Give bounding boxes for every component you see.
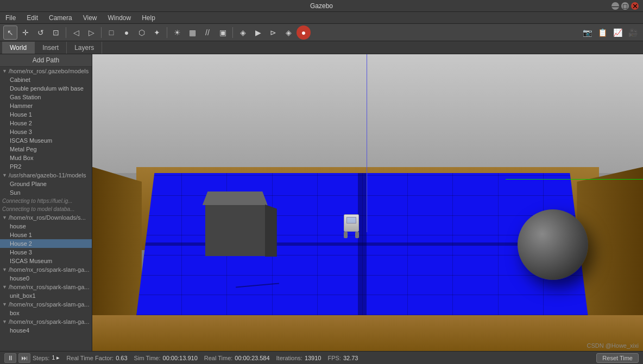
tree-arrow-6: ▼ (2, 302, 7, 307)
tree-item-house2[interactable]: House 2 (0, 119, 92, 127)
align-tool[interactable]: ⊳ (266, 25, 280, 40)
tree-item-gas-station[interactable]: Gas Station (0, 93, 92, 101)
reset-time-button[interactable]: Reset Time (596, 353, 639, 363)
minimize-button[interactable]: — (612, 2, 619, 10)
tree-item-hammer[interactable]: Hammer (0, 101, 92, 110)
tree-item-metal-peg[interactable]: Metal Peg (0, 145, 92, 154)
tabbar: World Insert Layers (0, 41, 643, 54)
menu-edit[interactable]: Edit (23, 13, 41, 23)
steps-value: 1 ▸ (52, 354, 60, 361)
menu-camera[interactable]: Camera (46, 13, 75, 23)
sphere-object (518, 209, 588, 280)
tree-group-header-1[interactable]: ▼ /home/nx_ros/.gazebo/models (0, 67, 92, 75)
tree-item-ground-plane[interactable]: Ground Plane (0, 180, 92, 188)
viewport[interactable]: CSDN @Howe_xixi (92, 54, 643, 351)
box-tool[interactable]: □ (104, 25, 118, 40)
close-button[interactable]: ✕ (631, 2, 639, 10)
iterations-value: 13910 (305, 355, 322, 361)
tree-group-header-7[interactable]: ▼ /home/nx_ros/spark-slam-ga... (0, 317, 92, 326)
tree-arrow-1: ▼ (2, 68, 7, 74)
tree-arrow-3: ▼ (2, 215, 7, 220)
robot-wheels (344, 232, 359, 238)
tree-item-house3[interactable]: House 3 (0, 127, 92, 136)
tree-group-header-3[interactable]: ▼ /home/nx_ros/Downloads/s... (0, 213, 92, 222)
menu-window[interactable]: Window (105, 13, 135, 23)
tree-group-header-2[interactable]: ▼ /usr/share/gazebo-11/models (0, 171, 92, 180)
tab-world[interactable]: World (2, 42, 35, 54)
tab-insert[interactable]: Insert (35, 42, 67, 54)
custom-shape-tool[interactable]: ✦ (150, 25, 164, 40)
cube-top (203, 191, 268, 205)
tree-item-pr2[interactable]: PR2 (0, 162, 92, 171)
normal-tool[interactable]: ▣ (216, 25, 230, 40)
robot-wheel-left (344, 232, 348, 238)
menubar: File Edit Camera View Window Help (0, 12, 643, 24)
tree-item-house4[interactable]: house4 (0, 326, 92, 335)
restore-button[interactable]: □ (621, 2, 629, 10)
tree-group-header-6[interactable]: ▼ /home/nx_ros/spark-slam-ga... (0, 300, 92, 309)
tree-item-house3-dl[interactable]: House 3 (0, 248, 92, 257)
undo-button[interactable]: ◁ (69, 25, 83, 40)
menu-file[interactable]: File (2, 13, 19, 23)
select-tool[interactable]: ↖ (3, 25, 17, 40)
tree-group-2: ▼ /usr/share/gazebo-11/models Ground Pla… (0, 171, 92, 197)
joint-tool[interactable]: ▶ (251, 25, 265, 40)
cube-side (265, 205, 277, 257)
tree-item-cabinet[interactable]: Cabinet (0, 75, 92, 84)
axis-green (506, 179, 644, 180)
translate-tool[interactable]: ✛ (18, 25, 33, 40)
tree-arrow-2: ▼ (2, 173, 7, 178)
tree-group-6: ▼ /home/nx_ros/spark-slam-ga... box (0, 300, 92, 317)
save-button[interactable]: 📋 (595, 25, 609, 40)
tab-layers[interactable]: Layers (67, 42, 102, 54)
robot-body (344, 214, 359, 232)
rotate-tool[interactable]: ↺ (34, 25, 48, 40)
add-path-button[interactable]: Add Path (0, 54, 92, 67)
redo-button[interactable]: ▷ (84, 25, 98, 40)
tree-item-mud-box[interactable]: Mud Box (0, 154, 92, 162)
scene-canvas: CSDN @Howe_xixi (92, 54, 643, 351)
tree-group-header-4[interactable]: ▼ /home/nx_ros/spark-slam-ga... (0, 265, 92, 274)
light-tool[interactable]: ☀ (170, 25, 184, 40)
tree-item-house1-dl[interactable]: House 1 (0, 231, 92, 239)
menu-help[interactable]: Help (138, 13, 159, 23)
tree-item-double-pendulum[interactable]: Double pendulum with base (0, 84, 92, 93)
titlebar: Gazebo — □ ✕ (0, 0, 643, 12)
measure-tool[interactable]: ◈ (236, 25, 250, 40)
tree-item-house1[interactable]: House 1 (0, 110, 92, 119)
fps-label: FPS: (327, 355, 341, 361)
toolbar-separator-4 (232, 27, 233, 38)
tree-item-unit-box1[interactable]: unit_box1 (0, 291, 92, 300)
menu-view[interactable]: View (80, 13, 100, 23)
record-button[interactable]: 🎥 (626, 25, 640, 40)
screenshot-button[interactable]: 📷 (580, 25, 594, 40)
tree-item-box[interactable]: box (0, 309, 92, 317)
tree-item-house0[interactable]: house0 (0, 274, 92, 283)
tree-item-house2-dl[interactable]: House 2 (0, 239, 92, 248)
scale-tool[interactable]: ⊡ (49, 25, 63, 40)
extra-tool[interactable]: ● (297, 25, 311, 40)
cube-front (205, 205, 265, 256)
toolbar-separator-2 (101, 27, 102, 38)
tree-item-house-dl[interactable]: house (0, 222, 92, 231)
tree-item-iscas-museum[interactable]: ISCAS Museum (0, 136, 92, 145)
realtime-factor-label: Real Time Factor: (66, 355, 114, 361)
snap-tool[interactable]: ◈ (281, 25, 295, 40)
wireframe-tool[interactable]: // (200, 25, 215, 40)
pause-button[interactable]: ⏸ (4, 353, 16, 363)
sim-time-label: Sim Time: (134, 355, 161, 361)
tree-arrow-5: ▼ (2, 284, 7, 290)
window-controls: — □ ✕ (612, 2, 639, 10)
step-button[interactable]: ⏭ (18, 353, 30, 363)
sphere-tool[interactable]: ● (119, 25, 134, 40)
grid-tool[interactable]: ▦ (185, 25, 199, 40)
tree-group-label-4: /home/nx_ros/spark-slam-ga... (9, 266, 90, 273)
robot-screen (346, 217, 356, 223)
plot-button[interactable]: 📈 (610, 25, 625, 40)
tree-item-sun[interactable]: Sun (0, 188, 92, 197)
cylinder-tool[interactable]: ⬡ (135, 25, 149, 40)
sidebar: Add Path ▼ /home/nx_ros/.gazebo/models C… (0, 54, 92, 351)
tree-item-iscas-museum-dl[interactable]: ISCAS Museum (0, 257, 92, 265)
tree-group-3: ▼ /home/nx_ros/Downloads/s... house Hous… (0, 213, 92, 265)
tree-group-header-5[interactable]: ▼ /home/nx_ros/spark-slam-ga... (0, 283, 92, 291)
